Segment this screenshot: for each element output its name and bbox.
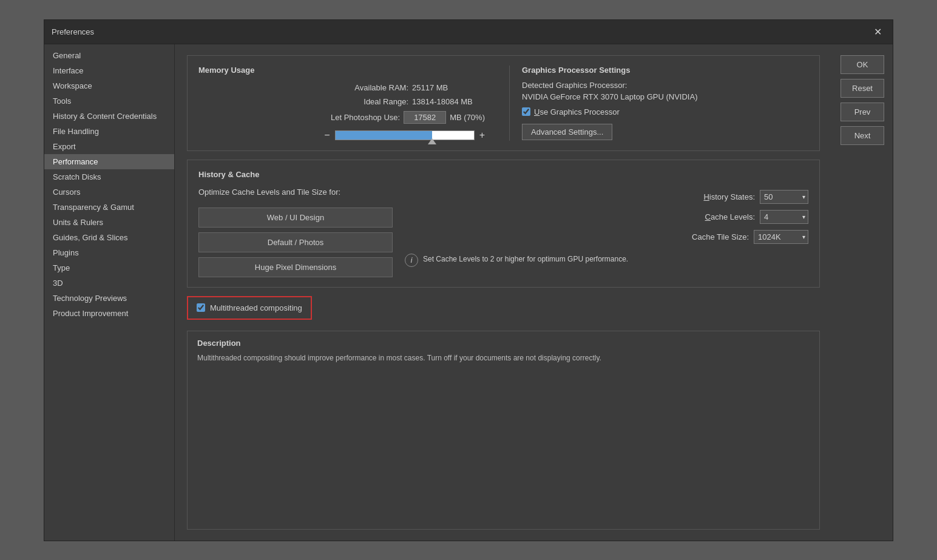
available-ram-label: Available RAM: [323, 83, 408, 92]
gpu-name: NVIDIA GeForce RTX 3070 Laptop GPU (NVID… [522, 92, 808, 101]
cache-tile-select[interactable]: 1024K 128K 256K 512K 2048K [754, 230, 808, 244]
memory-suffix: MB (70%) [450, 113, 485, 122]
cache-levels-select-wrapper: 4 1 2 3 5 6 8 [760, 210, 808, 224]
advanced-settings-button[interactable]: Advanced Settings... [522, 124, 612, 140]
cache-tile-row: Cache Tile Size: 1024K 128K 256K 512K 20… [405, 230, 808, 244]
sidebar-item-performance[interactable]: Performance [44, 154, 174, 169]
cache-levels-row: Cache Levels: 4 1 2 3 5 6 8 [405, 210, 808, 224]
cache-info-row: i Set Cache Levels to 2 or higher for op… [405, 254, 808, 267]
sidebar-item-file-handling[interactable]: File Handling [44, 124, 174, 139]
web-ui-design-button[interactable]: Web / UI Design [198, 207, 393, 228]
let-photoshop-row: Let Photoshop Use: MB (70%) [198, 111, 485, 124]
description-text: Multithreaded compositing should improve… [197, 353, 810, 363]
huge-pixel-button[interactable]: Huge Pixel Dimensions [198, 257, 393, 277]
ideal-range-value: 13814-18084 MB [412, 97, 485, 106]
sidebar: General Interface Workspace Tools Histor… [44, 44, 175, 541]
sidebar-item-plugins[interactable]: Plugins [44, 245, 174, 260]
cache-tile-select-wrapper: 1024K 128K 256K 512K 2048K [754, 230, 808, 244]
close-button[interactable]: ✕ [870, 25, 885, 39]
reset-button[interactable]: Reset [841, 79, 884, 98]
multithreaded-label[interactable]: Multithreaded compositing [210, 303, 302, 312]
sidebar-item-type[interactable]: Type [44, 260, 174, 275]
ideal-range-label: Ideal Range: [323, 97, 408, 106]
history-cache-panel: History & Cache Optimize Cache Levels an… [187, 160, 820, 288]
use-gpu-row: Use Graphics Processor [522, 107, 808, 116]
sidebar-item-cursors[interactable]: Cursors [44, 184, 174, 200]
available-ram-row: Available RAM: 25117 MB [198, 83, 485, 92]
right-buttons-panel: OK Reset Prev Next [832, 44, 893, 541]
sidebar-item-units-rulers[interactable]: Units & Rulers [44, 215, 174, 230]
use-gpu-label[interactable]: Use Graphics Processor [534, 107, 620, 116]
cache-levels-select[interactable]: 4 1 2 3 5 6 8 [760, 210, 808, 224]
sidebar-item-3d[interactable]: 3D [44, 275, 174, 291]
sidebar-item-tech-previews[interactable]: Technology Previews [44, 291, 174, 306]
ok-button[interactable]: OK [841, 55, 884, 74]
description-title: Description [197, 339, 810, 348]
cache-levels-label: Cache Levels: [705, 212, 755, 221]
cache-buttons: Web / UI Design Default / Photos Huge Pi… [198, 203, 393, 277]
memory-usage-panel: Memory Usage Available RAM: 25117 MB Ide… [187, 55, 820, 151]
sidebar-item-guides-grid[interactable]: Guides, Grid & Slices [44, 230, 174, 245]
history-states-select-wrapper: 50 5 10 20 100 200 [760, 190, 808, 204]
description-panel: Description Multithreaded compositing sh… [187, 331, 820, 530]
cache-info-text: Set Cache Levels to 2 or higher for opti… [423, 254, 628, 265]
dialog-title: Preferences [52, 27, 94, 36]
optimize-label: Optimize Cache Levels and Tile Size for: [198, 187, 393, 197]
preferences-dialog: Preferences ✕ General Interface Workspac… [44, 19, 893, 541]
available-ram-value: 25117 MB [412, 83, 485, 92]
sidebar-item-export[interactable]: Export [44, 139, 174, 154]
slider-plus-icon[interactable]: + [479, 130, 485, 141]
multithreaded-section-wrapper: Multithreaded compositing [187, 296, 820, 322]
sidebar-item-general[interactable]: General [44, 48, 174, 63]
gpu-detected-label: Detected Graphics Processor: [522, 81, 808, 90]
sidebar-item-product-improvement[interactable]: Product Improvement [44, 306, 174, 321]
titlebar: Preferences ✕ [44, 20, 893, 44]
sidebar-item-transparency-gamut[interactable]: Transparency & Gamut [44, 200, 174, 215]
cache-buttons-section: Optimize Cache Levels and Tile Size for:… [198, 187, 393, 277]
history-cache-title: History & Cache [198, 170, 808, 179]
sidebar-item-interface[interactable]: Interface [44, 63, 174, 78]
multithreaded-checkbox[interactable] [197, 303, 205, 312]
memory-left: Memory Usage Available RAM: 25117 MB Ide… [198, 66, 497, 141]
ideal-range-row: Ideal Range: 13814-18084 MB [198, 97, 485, 106]
memory-input[interactable] [404, 111, 446, 124]
slider-row: − + [198, 130, 485, 141]
gpu-section-title: Graphics Processor Settings [522, 66, 808, 75]
dialog-body: General Interface Workspace Tools Histor… [44, 44, 893, 541]
slider-thumb-container [428, 138, 436, 144]
history-states-select[interactable]: 50 5 10 20 100 200 [760, 190, 808, 204]
default-photos-button[interactable]: Default / Photos [198, 232, 393, 252]
memory-slider[interactable] [335, 130, 475, 140]
panel-divider [509, 66, 510, 141]
slider-minus-icon[interactable]: − [324, 130, 330, 141]
main-content: Memory Usage Available RAM: 25117 MB Ide… [175, 44, 832, 541]
multithreaded-compositing-section: Multithreaded compositing [187, 296, 312, 320]
history-states-row: History States: 50 5 10 20 100 200 [405, 190, 808, 204]
info-icon: i [405, 254, 418, 267]
memory-usage-title: Memory Usage [198, 66, 485, 75]
history-states-label: History States: [703, 192, 755, 201]
prev-button[interactable]: Prev [841, 103, 884, 121]
sidebar-item-scratch-disks[interactable]: Scratch Disks [44, 169, 174, 184]
use-gpu-checkbox[interactable] [522, 107, 530, 116]
slider-fill [336, 131, 433, 140]
history-cache-body: Optimize Cache Levels and Tile Size for:… [198, 187, 808, 277]
cache-settings-section: History States: 50 5 10 20 100 200 [405, 187, 808, 277]
sidebar-item-tools[interactable]: Tools [44, 93, 174, 109]
gpu-section: Graphics Processor Settings Detected Gra… [522, 66, 808, 141]
next-button[interactable]: Next [841, 126, 884, 145]
let-photoshop-label: Let Photoshop Use: [315, 113, 400, 122]
slider-thumb-icon [428, 138, 436, 144]
cache-tile-label: Cache Tile Size: [692, 232, 749, 241]
sidebar-item-history[interactable]: History & Content Credentials [44, 109, 174, 124]
sidebar-item-workspace[interactable]: Workspace [44, 78, 174, 93]
